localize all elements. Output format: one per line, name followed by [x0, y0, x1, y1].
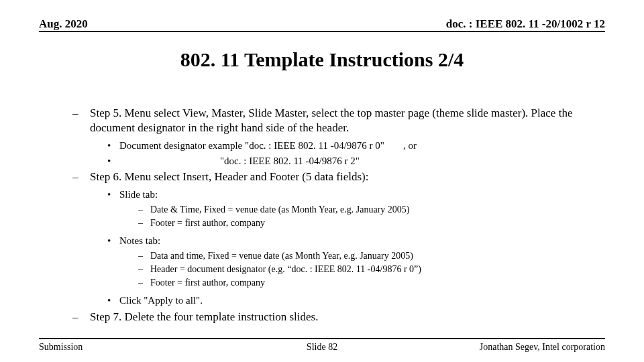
step6-notes-header: Header = document designator (e.g. “doc.…: [138, 263, 605, 276]
step6-apply: Click "Apply to all".: [106, 294, 605, 308]
header-rule: [39, 31, 605, 32]
page-title: 802. 11 Template Instructions 2/4: [0, 48, 644, 71]
slide: Aug. 2020 doc. : IEEE 802. 11 -20/1002 r…: [0, 0, 644, 362]
header-date: Aug. 2020: [39, 17, 88, 31]
step6: Step 6. Menu select Insert, Header and F…: [72, 170, 605, 184]
step5-example2: "doc. : IEEE 802. 11 -04/9876 r 2": [106, 155, 605, 168]
step5-example2-text: "doc. : IEEE 802. 11 -04/9876 r 2": [220, 156, 360, 166]
step5-example1: Document designator example "doc. : IEEE…: [106, 139, 605, 153]
footer-right: Jonathan Segev, Intel corporation: [480, 342, 605, 353]
step6-notes-tab: Notes tab:: [106, 235, 605, 248]
footer-left: Submission: [39, 342, 83, 353]
step6-notes-date: Data and time, Fixed = venue date (as Mo…: [138, 250, 605, 262]
step6-slide-tab: Slide tab:: [106, 188, 605, 202]
step5: Step 5. Menu select View, Master, Slide …: [72, 106, 605, 135]
header: Aug. 2020 doc. : IEEE 802. 11 -20/1002 r…: [39, 17, 605, 31]
footer-rule: [39, 338, 605, 339]
step6-notes-footer: Footer = first author, company: [138, 277, 605, 289]
step5-example1-or: , or: [403, 139, 417, 153]
content: Step 5. Menu select View, Master, Slide …: [72, 106, 605, 328]
step5-example1-text: Document designator example "doc. : IEEE…: [119, 139, 384, 153]
header-doc: doc. : IEEE 802. 11 -20/1002 r 12: [446, 17, 605, 31]
step6-slide-date: Date & Time, Fixed = venue date (as Mont…: [138, 204, 605, 216]
step6-slide-footer: Footer = first author, company: [138, 217, 605, 229]
step7: Step 7. Delete the four template instruc…: [72, 310, 605, 324]
footer: Submission Slide 82 Jonathan Segev, Inte…: [39, 342, 605, 353]
